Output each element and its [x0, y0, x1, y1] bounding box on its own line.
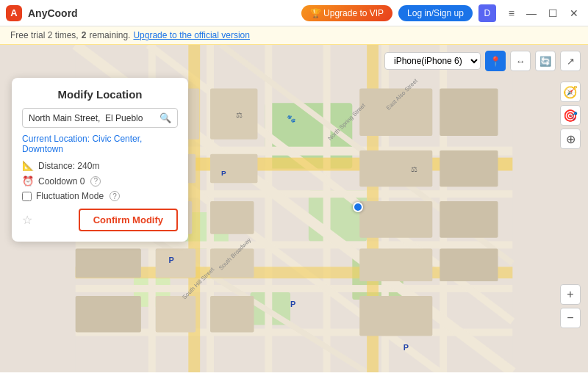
discord-icon[interactable]: D — [478, 4, 496, 22]
notif-text: Free trial 2 times, — [10, 30, 79, 40]
window-controls: ≡ — ☐ ✕ — [505, 6, 582, 21]
svg-rect-40 — [210, 296, 254, 333]
side-action-buttons: 🧭 🎯 ⊕ — [560, 82, 581, 149]
svg-rect-2 — [309, 190, 367, 241]
location-dot — [353, 202, 363, 212]
cooldown-label: Cooldown 0 — [38, 176, 85, 187]
fluctuation-help-icon[interactable]: ? — [110, 191, 120, 201]
svg-rect-35 — [210, 201, 254, 234]
svg-rect-50 — [76, 296, 141, 333]
main-area: P P P P P North Spring Street East Also … — [0, 45, 588, 372]
distance-row: 📐 Distance: 240m — [22, 160, 178, 171]
route-tool-button[interactable]: 🔄 — [535, 51, 556, 71]
cooldown-help-icon[interactable]: ? — [90, 176, 101, 187]
cooldown-row: ⏰ Cooldown 0 ? — [22, 176, 178, 187]
svg-rect-39 — [156, 296, 196, 333]
compass-button[interactable]: 🧭 — [560, 82, 581, 102]
svg-rect-49 — [76, 249, 141, 278]
confirm-modify-button[interactable]: Confirm Modify — [79, 209, 178, 231]
current-location-link[interactable]: Current Location: Civic Center, Downtown — [22, 134, 178, 154]
device-selector[interactable]: iPhone(iPhone 6) — [384, 52, 481, 70]
svg-text:P: P — [221, 169, 226, 177]
svg-rect-33 — [359, 151, 432, 187]
svg-rect-14 — [265, 45, 272, 372]
distance-label: Distance: 240m — [38, 161, 99, 171]
search-box: 🔍 — [22, 108, 178, 128]
app-name: AnyCoord — [28, 7, 295, 19]
panel-title: Modify Location — [22, 88, 178, 101]
upgrade-link[interactable]: Upgrade to the official version — [133, 30, 250, 40]
svg-rect-42 — [440, 88, 498, 135]
svg-rect-43 — [440, 151, 498, 187]
search-input[interactable] — [29, 113, 155, 123]
favorite-button[interactable]: ☆ — [22, 213, 32, 227]
maximize-button[interactable]: ☐ — [545, 6, 562, 21]
panel-bottom-row: ☆ Confirm Modify — [22, 209, 178, 231]
map[interactable]: P P P P P North Spring Street East Also … — [0, 45, 588, 372]
zoom-out-button[interactable]: − — [560, 308, 581, 328]
login-button[interactable]: Log in/Sign up — [398, 5, 473, 21]
app-logo: A — [6, 5, 22, 21]
export-tool-button[interactable]: ↗ — [560, 51, 581, 71]
modify-panel: Modify Location 🔍 Current Location: Civi… — [12, 78, 188, 242]
svg-text:P: P — [169, 256, 174, 264]
svg-rect-34 — [156, 249, 196, 278]
svg-rect-28 — [210, 88, 257, 139]
location-tool-button[interactable]: 📍 — [485, 51, 506, 71]
map-toolbar: iPhone(iPhone 6) 📍 ↔ 🔄 ↗ — [384, 51, 581, 71]
svg-text:P: P — [290, 300, 295, 308]
fluctuation-label: Fluctuation Mode — [36, 191, 104, 201]
svg-text:⚖: ⚖ — [411, 165, 417, 173]
upgrade-button[interactable]: 🏆 Upgrade to VIP — [301, 5, 392, 21]
svg-rect-45 — [440, 249, 498, 282]
notif-suffix: remaining. — [89, 30, 130, 40]
fluctuation-checkbox[interactable] — [22, 192, 32, 201]
notif-highlight: 2 — [82, 30, 87, 40]
titlebar: A AnyCoord 🏆 Upgrade to VIP Log in/Sign … — [0, 0, 588, 26]
svg-text:🐾: 🐾 — [287, 114, 296, 123]
svg-rect-41 — [359, 296, 432, 336]
zoom-controls: + − — [560, 284, 581, 328]
svg-rect-44 — [440, 201, 498, 238]
search-icon[interactable]: 🔍 — [159, 112, 171, 123]
fluctuation-row: Fluctuation Mode ? — [22, 191, 178, 201]
svg-text:P: P — [404, 343, 409, 352]
cooldown-icon: ⏰ — [22, 176, 34, 187]
close-button[interactable]: ✕ — [566, 6, 582, 21]
zoom-in-button[interactable]: + — [560, 284, 581, 305]
location-button[interactable]: ⊕ — [560, 129, 581, 149]
move-tool-button[interactable]: ↔ — [510, 51, 531, 71]
notification-bar: Free trial 2 times, 2 remaining. Upgrade… — [0, 26, 588, 45]
target-button[interactable]: 🎯 — [560, 105, 581, 126]
minimize-button[interactable]: — — [523, 6, 540, 21]
svg-rect-15 — [323, 45, 331, 372]
menu-button[interactable]: ≡ — [505, 6, 518, 21]
svg-rect-30 — [210, 154, 257, 184]
svg-text:⚖: ⚖ — [236, 111, 243, 119]
svg-rect-37 — [359, 201, 432, 238]
distance-icon: 📐 — [22, 160, 34, 171]
svg-rect-38 — [359, 249, 432, 282]
